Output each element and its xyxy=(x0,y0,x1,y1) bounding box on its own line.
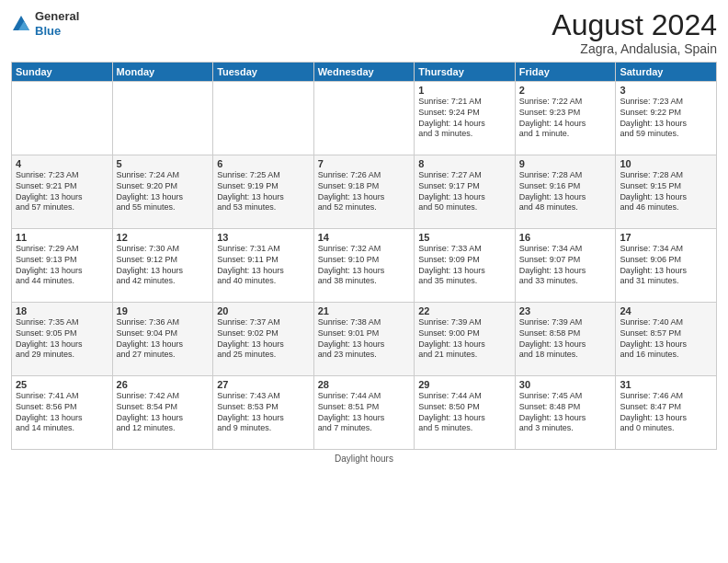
day-info-line: Sunrise: 7:23 AM xyxy=(620,97,712,108)
day-info-line: Sunset: 8:47 PM xyxy=(620,402,712,413)
day-info-line: and 12 minutes. xyxy=(117,423,210,434)
calendar-cell-2-3: 14Sunrise: 7:32 AMSunset: 9:10 PMDayligh… xyxy=(313,229,415,303)
day-number-1: 1 xyxy=(418,85,511,96)
day-info-line: Sunrise: 7:33 AM xyxy=(418,244,511,255)
day-info-line: and 1 minute. xyxy=(519,129,612,140)
day-info-line: Sunrise: 7:46 AM xyxy=(620,391,712,402)
day-info-line: and 18 minutes. xyxy=(519,350,612,361)
day-info-line: Daylight: 13 hours xyxy=(16,413,108,424)
header: General Blue August 2024 Zagra, Andalusi… xyxy=(11,9,717,56)
day-info-line: Daylight: 13 hours xyxy=(16,192,108,203)
day-info-line: Daylight: 13 hours xyxy=(16,266,108,277)
col-wednesday: Wednesday xyxy=(313,63,415,82)
day-info-line: Sunrise: 7:35 AM xyxy=(16,317,108,328)
day-info-line: and 59 minutes. xyxy=(620,129,712,140)
calendar-cell-2-1: 12Sunrise: 7:30 AMSunset: 9:12 PMDayligh… xyxy=(112,229,213,303)
day-info-line: Sunset: 9:17 PM xyxy=(418,181,511,192)
day-info-line: Daylight: 13 hours xyxy=(318,266,411,277)
day-number-4: 4 xyxy=(16,158,108,169)
day-info-line: and 46 minutes. xyxy=(620,202,712,213)
day-info-line: and 7 minutes. xyxy=(318,423,411,434)
day-info-line: Sunset: 8:51 PM xyxy=(318,402,411,413)
footer-note: Daylight hours xyxy=(11,454,717,464)
calendar-cell-4-2: 27Sunrise: 7:43 AMSunset: 8:53 PMDayligh… xyxy=(213,376,314,450)
day-number-8: 8 xyxy=(418,158,511,169)
day-info-line: Daylight: 13 hours xyxy=(519,266,612,277)
day-info-line: Daylight: 13 hours xyxy=(620,339,712,350)
day-info-line: Sunset: 9:07 PM xyxy=(519,255,612,266)
calendar-cell-4-3: 28Sunrise: 7:44 AMSunset: 8:51 PMDayligh… xyxy=(313,376,415,450)
day-info-line: Sunrise: 7:37 AM xyxy=(217,317,310,328)
calendar-cell-3-0: 18Sunrise: 7:35 AMSunset: 9:05 PMDayligh… xyxy=(12,303,113,376)
day-info-line: Daylight: 13 hours xyxy=(217,266,310,277)
day-info-line: and 55 minutes. xyxy=(117,202,210,213)
calendar-cell-1-0: 4Sunrise: 7:23 AMSunset: 9:21 PMDaylight… xyxy=(12,155,113,229)
calendar-cell-2-4: 15Sunrise: 7:33 AMSunset: 9:09 PMDayligh… xyxy=(415,229,516,303)
calendar-cell-2-0: 11Sunrise: 7:29 AMSunset: 9:13 PMDayligh… xyxy=(12,229,113,303)
col-sunday: Sunday xyxy=(12,63,113,82)
day-number-22: 22 xyxy=(418,305,511,316)
day-number-16: 16 xyxy=(519,232,612,243)
day-info-line: Daylight: 13 hours xyxy=(418,413,511,424)
day-number-2: 2 xyxy=(519,85,612,96)
day-info-line: Sunrise: 7:44 AM xyxy=(318,391,411,402)
day-info-line: Daylight: 13 hours xyxy=(620,266,712,277)
day-info-line: Daylight: 13 hours xyxy=(519,192,612,203)
day-info-line: Sunset: 9:11 PM xyxy=(217,255,310,266)
day-info-line: Daylight: 13 hours xyxy=(519,413,612,424)
week-row-1: 1Sunrise: 7:21 AMSunset: 9:24 PMDaylight… xyxy=(12,82,717,155)
calendar-cell-3-6: 24Sunrise: 7:40 AMSunset: 8:57 PMDayligh… xyxy=(616,303,717,376)
day-info-line: Sunrise: 7:43 AM xyxy=(217,391,310,402)
day-info-line: Sunrise: 7:42 AM xyxy=(117,391,210,402)
day-info-line: Sunset: 9:10 PM xyxy=(318,255,411,266)
logo: General Blue xyxy=(11,9,79,38)
day-info-line: Sunrise: 7:32 AM xyxy=(318,244,411,255)
day-info-line: Daylight: 14 hours xyxy=(418,119,511,130)
day-info-line: Sunset: 9:22 PM xyxy=(620,108,712,119)
day-info-line: Daylight: 13 hours xyxy=(318,192,411,203)
day-number-18: 18 xyxy=(16,305,108,316)
day-info-line: Daylight: 13 hours xyxy=(620,413,712,424)
calendar-cell-0-3 xyxy=(313,82,415,155)
day-number-7: 7 xyxy=(318,158,411,169)
col-saturday: Saturday xyxy=(616,63,717,82)
day-info-line: Sunset: 8:58 PM xyxy=(519,328,612,339)
day-info-line: Daylight: 13 hours xyxy=(418,192,511,203)
day-info-line: Daylight: 13 hours xyxy=(418,339,511,350)
day-info-line: Daylight: 13 hours xyxy=(117,339,210,350)
day-info-line: Sunrise: 7:45 AM xyxy=(519,391,612,402)
calendar-cell-1-6: 10Sunrise: 7:28 AMSunset: 9:15 PMDayligh… xyxy=(616,155,717,229)
day-info-line: and 44 minutes. xyxy=(16,276,108,287)
title-block: August 2024 Zagra, Andalusia, Spain xyxy=(552,9,717,56)
calendar-cell-1-4: 8Sunrise: 7:27 AMSunset: 9:17 PMDaylight… xyxy=(415,155,516,229)
calendar-table: Sunday Monday Tuesday Wednesday Thursday… xyxy=(11,62,717,450)
page-container: General Blue August 2024 Zagra, Andalusi… xyxy=(0,0,728,563)
col-tuesday: Tuesday xyxy=(213,63,314,82)
day-info-line: Sunrise: 7:34 AM xyxy=(519,244,612,255)
day-info-line: Sunrise: 7:21 AM xyxy=(418,97,511,108)
day-info-line: Daylight: 13 hours xyxy=(16,339,108,350)
week-row-3: 11Sunrise: 7:29 AMSunset: 9:13 PMDayligh… xyxy=(12,229,717,303)
day-info-line: and 48 minutes. xyxy=(519,202,612,213)
day-info-line: Sunrise: 7:36 AM xyxy=(117,317,210,328)
day-info-line: Sunrise: 7:23 AM xyxy=(16,170,108,181)
day-number-11: 11 xyxy=(16,232,108,243)
month-title: August 2024 xyxy=(552,9,717,41)
day-info-line: Sunrise: 7:24 AM xyxy=(117,170,210,181)
day-number-6: 6 xyxy=(217,158,310,169)
day-info-line: Sunrise: 7:44 AM xyxy=(418,391,511,402)
col-monday: Monday xyxy=(112,63,213,82)
day-number-13: 13 xyxy=(217,232,310,243)
day-info-line: Daylight: 13 hours xyxy=(318,339,411,350)
calendar-cell-2-2: 13Sunrise: 7:31 AMSunset: 9:11 PMDayligh… xyxy=(213,229,314,303)
calendar-cell-1-1: 5Sunrise: 7:24 AMSunset: 9:20 PMDaylight… xyxy=(112,155,213,229)
day-info-line: Sunset: 9:21 PM xyxy=(16,181,108,192)
day-info-line: and 38 minutes. xyxy=(318,276,411,287)
day-info-line: Sunset: 9:06 PM xyxy=(620,255,712,266)
day-info-line: Sunset: 9:18 PM xyxy=(318,181,411,192)
calendar-cell-3-5: 23Sunrise: 7:39 AMSunset: 8:58 PMDayligh… xyxy=(515,303,616,376)
day-info-line: Daylight: 13 hours xyxy=(217,192,310,203)
day-info-line: Sunrise: 7:26 AM xyxy=(318,170,411,181)
day-number-25: 25 xyxy=(16,379,108,390)
day-info-line: and 23 minutes. xyxy=(318,350,411,361)
